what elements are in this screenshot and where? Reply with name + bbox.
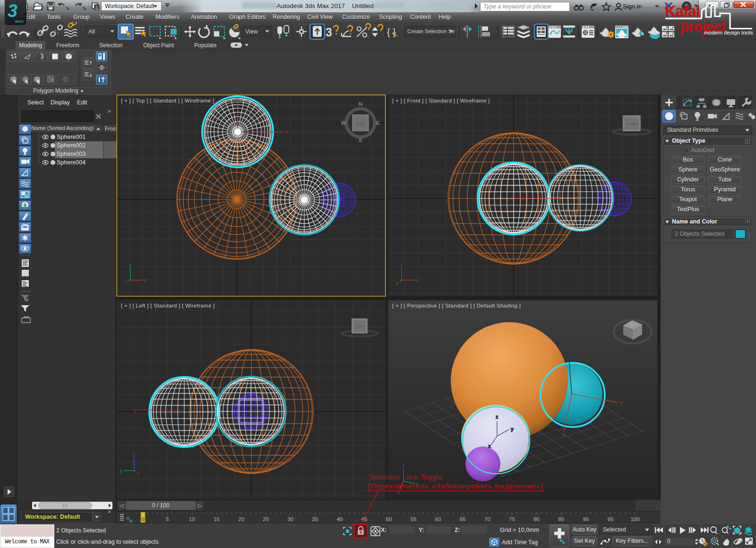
svg-text:modern design tools: modern design tools (704, 30, 753, 35)
svg-text:Selection Lock Toggle: Selection Lock Toggle (369, 473, 442, 481)
svg-text:(Переключатель «Заблокировать: (Переключатель «Заблокировать выделение»… (368, 482, 543, 490)
svg-text:Kafal: Kafal (665, 2, 699, 20)
